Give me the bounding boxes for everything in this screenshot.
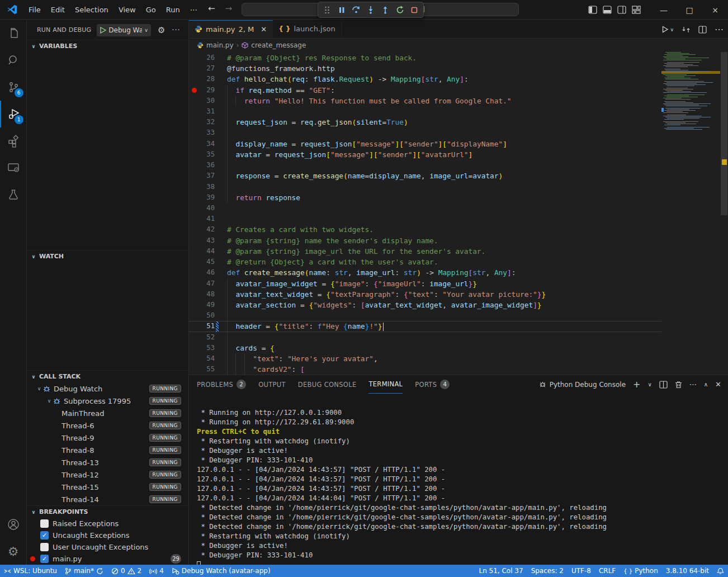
- activitybar-extensions[interactable]: [0, 127, 27, 154]
- menu-file[interactable]: File: [23, 3, 46, 16]
- split-terminal-icon[interactable]: [659, 381, 668, 389]
- terminal-output[interactable]: * Running on http://127.0.0.1:9000 * Run…: [189, 394, 728, 565]
- code-line-31[interactable]: 31: [189, 106, 661, 117]
- code-line-37[interactable]: 37 response = create_message(name=displa…: [189, 171, 661, 181]
- call-stack-item[interactable]: Thread-12RUNNING: [27, 469, 188, 481]
- call-stack-item[interactable]: MainThreadRUNNING: [27, 407, 188, 419]
- activitybar-explorer[interactable]: [0, 20, 27, 47]
- pause-button[interactable]: [335, 3, 348, 17]
- section-watch[interactable]: ∨ WATCH: [27, 250, 188, 262]
- code-line-38[interactable]: 38: [189, 182, 661, 192]
- indentation-status[interactable]: Spaces: 2: [527, 565, 568, 577]
- panel-tab-ports[interactable]: PORTS4: [415, 375, 450, 394]
- code-editor[interactable]: 26# @param {Object} res Response to send…: [189, 52, 728, 375]
- code-line-32[interactable]: 32 request_json = req.get_json(silent=Tr…: [189, 117, 661, 127]
- code-line-39[interactable]: 39 return response: [189, 192, 661, 203]
- code-line-41[interactable]: 41: [189, 214, 661, 224]
- code-line-33[interactable]: 33: [189, 127, 661, 138]
- close-panel-icon[interactable]: ✕: [715, 380, 721, 389]
- breakpoint-dot[interactable]: [189, 85, 200, 96]
- debug-settings-gear-icon[interactable]: ⚙: [158, 25, 165, 35]
- breakpoint-margin[interactable]: [189, 289, 200, 300]
- section-call-stack[interactable]: ∨ CALL STACK: [27, 370, 188, 382]
- menu-run[interactable]: Run: [161, 3, 185, 16]
- breakpoint-margin[interactable]: [189, 106, 200, 117]
- menu-selection[interactable]: Selection: [70, 3, 114, 16]
- debug-session-status[interactable]: Debug Watch (avatar-app): [168, 565, 275, 577]
- scrollbar-slider[interactable]: [721, 52, 727, 215]
- panel-tab-output[interactable]: OUTPUT: [258, 375, 286, 394]
- breakpoint-margin[interactable]: [189, 117, 200, 127]
- terminal-profile-label[interactable]: Python Debug Console: [538, 380, 626, 389]
- breakpoint-margin[interactable]: [189, 203, 200, 214]
- breakpoint-margin[interactable]: [189, 214, 200, 224]
- breakpoint-margin[interactable]: [189, 74, 200, 84]
- code-line-34[interactable]: 34 display_name = request_json["message"…: [189, 139, 661, 149]
- checkbox[interactable]: ✓: [40, 555, 49, 563]
- kill-terminal-trash-icon[interactable]: [675, 381, 682, 389]
- breakpoint-margin[interactable]: [189, 171, 200, 181]
- code-line-29[interactable]: 29 if req.method == "GET":: [189, 85, 661, 96]
- maximize-button[interactable]: □: [677, 0, 702, 20]
- code-line-27[interactable]: 27@functions_framework.http: [189, 63, 661, 74]
- breakpoint-item[interactable]: Raised Exceptions: [27, 518, 188, 529]
- close-button[interactable]: ×: [702, 0, 728, 20]
- code-line-46[interactable]: 46def create_message(name: str, image_ur…: [189, 267, 661, 278]
- panel-tab-terminal[interactable]: TERMINAL: [368, 375, 403, 394]
- breakpoint-margin[interactable]: [189, 321, 200, 331]
- code-line-49[interactable]: 49 avatar_section = {"widgets": [avatar_…: [189, 300, 661, 310]
- section-breakpoints[interactable]: ∨ BREAKPOINTS: [27, 505, 188, 518]
- panel-tab-problems[interactable]: PROBLEMS2: [197, 375, 246, 394]
- breakpoint-margin[interactable]: [189, 96, 200, 106]
- activitybar-testing[interactable]: [0, 181, 27, 208]
- breakpoint-margin[interactable]: [189, 310, 200, 321]
- code-line-52[interactable]: 52: [189, 332, 661, 343]
- breakpoint-margin[interactable]: [189, 127, 200, 138]
- terminal-dropdown-icon[interactable]: ∨: [647, 381, 651, 387]
- toggle-secondary-sidebar-icon[interactable]: [617, 6, 626, 14]
- problems-status[interactable]: 0 2: [107, 565, 145, 577]
- python-interpreter-status[interactable]: 3.8.10 64-bit: [662, 565, 713, 577]
- code-line-45[interactable]: 45# @return {Object} a card with the use…: [189, 257, 661, 267]
- breakpoint-margin[interactable]: [189, 267, 200, 278]
- breakpoint-margin[interactable]: [189, 192, 200, 203]
- call-stack-item[interactable]: Thread-15RUNNING: [27, 481, 188, 493]
- breakpoint-margin[interactable]: [189, 343, 200, 353]
- code-line-44[interactable]: 44# @param {string} image_url the URL fo…: [189, 246, 661, 257]
- step-into-button[interactable]: [364, 3, 377, 17]
- call-stack-item[interactable]: Thread-14RUNNING: [27, 493, 188, 505]
- code-line-43[interactable]: 43# @param {string} name the sender's di…: [189, 235, 661, 246]
- code-line-42[interactable]: 42# Creates a card with two widgets.: [189, 224, 661, 235]
- code-line-30[interactable]: 30 return "Hello! This function must be …: [189, 96, 661, 106]
- git-branch-status[interactable]: main*: [61, 565, 107, 577]
- checkbox[interactable]: ✓: [40, 531, 49, 540]
- notifications-bell[interactable]: [713, 565, 728, 577]
- breakpoint-item[interactable]: ✓main.py29: [27, 553, 188, 565]
- call-stack-item[interactable]: ∨Debug WatchRUNNING: [27, 382, 188, 395]
- code-line-35[interactable]: 35 avatar = request_json["message"]["sen…: [189, 149, 661, 160]
- breakpoint-margin[interactable]: [189, 224, 200, 235]
- breakpoint-margin[interactable]: [189, 364, 200, 375]
- drag-handle-icon[interactable]: [320, 3, 334, 17]
- checkbox[interactable]: [40, 519, 49, 528]
- breakpoint-margin[interactable]: [189, 53, 200, 63]
- close-tab-icon[interactable]: ✕: [261, 25, 267, 34]
- toggle-primary-sidebar-icon[interactable]: [588, 6, 597, 14]
- activitybar-source-control[interactable]: 6: [0, 74, 27, 101]
- breakpoint-margin[interactable]: [189, 63, 200, 74]
- code-line-36[interactable]: 36: [189, 160, 661, 171]
- checkbox[interactable]: [40, 543, 49, 551]
- code-line-47[interactable]: 47 avatar_image_widget = {"image": {"ima…: [189, 278, 661, 289]
- minimize-button[interactable]: —: [651, 0, 677, 20]
- breakpoint-margin[interactable]: [189, 235, 200, 246]
- activitybar-remote-explorer[interactable]: [0, 154, 27, 181]
- breadcrumb-file[interactable]: main.py: [206, 41, 234, 49]
- breakpoint-item[interactable]: ✓Uncaught Exceptions: [27, 529, 188, 541]
- code-line-54[interactable]: 54 "text": "Here's your avatar",: [189, 353, 661, 364]
- panel-tab-debug-console[interactable]: DEBUG CONSOLE: [298, 375, 357, 394]
- call-stack-item[interactable]: Thread-8RUNNING: [27, 444, 188, 456]
- language-mode-status[interactable]: { } Python: [620, 565, 662, 577]
- nav-back-icon[interactable]: ←: [208, 3, 215, 13]
- cursor-position-status[interactable]: Ln 51, Col 37: [475, 565, 527, 577]
- step-out-button[interactable]: [379, 3, 392, 17]
